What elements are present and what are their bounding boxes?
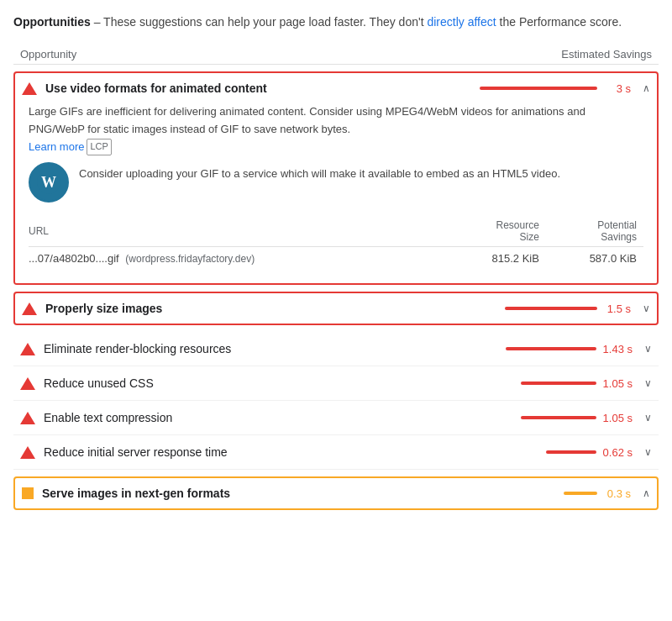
chevron-video-formats: ∧ bbox=[643, 82, 650, 94]
opportunity-title-render-blocking: Eliminate render-blocking resources bbox=[44, 342, 494, 355]
opportunity-header-video-formats[interactable]: Use video formats for animated content 3… bbox=[15, 73, 657, 103]
warning-icon-text-compression bbox=[20, 412, 35, 424]
expanded-description-video-formats: Large GIFs are inefficient for deliverin… bbox=[29, 103, 643, 155]
table-row: ...07/a4802b0....gif (wordpress.fridayfa… bbox=[29, 247, 643, 271]
header-description2: the Performance score. bbox=[500, 15, 622, 29]
svg-text:W: W bbox=[41, 174, 56, 191]
savings-container-next-gen-formats: 0.3 s ∧ bbox=[499, 487, 650, 500]
savings-bar-next-gen-formats bbox=[564, 492, 597, 495]
chevron-next-gen-formats: ∧ bbox=[643, 487, 650, 499]
warning-icon-server-response bbox=[20, 446, 35, 459]
table-potential-savings-cell: 587.0 KiB bbox=[546, 247, 643, 271]
opportunity-video-formats: Use video formats for animated content 3… bbox=[13, 71, 659, 285]
opportunity-properly-size: Properly size images 1.5 s ∨ bbox=[13, 292, 659, 325]
savings-container-properly-size: 1.5 s ∨ bbox=[499, 303, 650, 315]
expanded-video-formats: Large GIFs are inefficient for deliverin… bbox=[15, 103, 657, 283]
warning-icon-render-blocking bbox=[20, 343, 35, 355]
savings-value-properly-size: 1.5 s bbox=[604, 303, 631, 315]
opportunity-unused-css[interactable]: Reduce unused CSS 1.05 s ∨ bbox=[13, 366, 659, 401]
gif-suggestion-text: Consider uploading your GIF to a service… bbox=[79, 162, 560, 183]
savings-value-unused-css: 1.05 s bbox=[603, 377, 633, 390]
learn-more-link[interactable]: Learn more bbox=[29, 140, 84, 153]
opportunity-title-text-compression: Enable text compression bbox=[44, 411, 494, 424]
lcp-badge: LCP bbox=[87, 139, 111, 155]
opportunity-title-unused-css: Reduce unused CSS bbox=[44, 376, 494, 390]
directly-affect-link[interactable]: directly affect bbox=[427, 15, 499, 29]
chevron-server-response: ∨ bbox=[644, 446, 652, 458]
warning-icon-next-gen-formats bbox=[22, 487, 34, 499]
potential-savings-col-header: PotentialSavings bbox=[546, 216, 643, 247]
savings-container-text-compression: 1.05 s ∨ bbox=[501, 412, 652, 424]
url-domain: (wordpress.fridayfactory.dev) bbox=[125, 253, 255, 265]
col-opportunity: Opportunity bbox=[20, 48, 561, 61]
opportunity-title-next-gen-formats: Serve images in next-gen formats bbox=[42, 487, 492, 500]
opportunity-header-next-gen-formats[interactable]: Serve images in next-gen formats 0.3 s ∧ bbox=[15, 478, 657, 508]
warning-icon-unused-css bbox=[20, 377, 35, 390]
savings-container-server-response: 0.62 s ∨ bbox=[501, 446, 652, 459]
opportunity-text-compression[interactable]: Enable text compression 1.05 s ∨ bbox=[13, 401, 659, 435]
savings-value-server-response: 0.62 s bbox=[603, 446, 633, 459]
savings-bar-server-response bbox=[546, 450, 596, 454]
table-url-cell: ...07/a4802b0....gif (wordpress.fridayfa… bbox=[29, 247, 449, 271]
savings-bar-video-formats bbox=[480, 87, 597, 90]
chevron-text-compression: ∨ bbox=[644, 412, 652, 424]
header-description: – These suggestions can help your page l… bbox=[94, 15, 428, 29]
chevron-properly-size: ∨ bbox=[643, 303, 650, 314]
opportunity-render-blocking[interactable]: Eliminate render-blocking resources 1.43… bbox=[13, 332, 659, 366]
chevron-unused-css: ∨ bbox=[644, 377, 652, 389]
savings-value-text-compression: 1.05 s bbox=[603, 412, 633, 424]
savings-container-video-formats: 3 s ∧ bbox=[480, 82, 650, 95]
opportunity-title-video-formats: Use video formats for animated content bbox=[45, 82, 473, 95]
opportunity-title-properly-size: Properly size images bbox=[45, 302, 492, 315]
savings-bar-unused-css bbox=[521, 382, 596, 385]
warning-icon-video-formats bbox=[22, 82, 37, 95]
savings-value-video-formats: 3 s bbox=[604, 82, 631, 95]
savings-value-next-gen-formats: 0.3 s bbox=[604, 487, 631, 500]
opportunity-header-properly-size[interactable]: Properly size images 1.5 s ∨ bbox=[15, 293, 657, 324]
opportunities-header: Opportunities – These suggestions can he… bbox=[13, 13, 659, 31]
wordpress-logo: W bbox=[29, 162, 69, 203]
chevron-render-blocking: ∨ bbox=[644, 343, 652, 355]
opportunity-next-gen-formats: Serve images in next-gen formats 0.3 s ∧ bbox=[13, 476, 659, 510]
warning-icon-properly-size bbox=[22, 303, 37, 315]
col-savings: Estimated Savings bbox=[561, 48, 652, 61]
column-headers: Opportunity Estimated Savings bbox=[13, 45, 659, 65]
savings-value-render-blocking: 1.43 s bbox=[603, 343, 633, 355]
table-resource-size-cell: 815.2 KiB bbox=[449, 247, 546, 271]
savings-container-render-blocking: 1.43 s ∨ bbox=[501, 343, 652, 355]
savings-bar-render-blocking bbox=[506, 347, 596, 350]
url-col-header: URL bbox=[29, 216, 449, 247]
savings-container-unused-css: 1.05 s ∨ bbox=[501, 377, 652, 390]
opportunity-server-response[interactable]: Reduce initial server response time 0.62… bbox=[13, 435, 659, 470]
savings-bar-properly-size bbox=[505, 307, 597, 310]
gif-suggestion: W Consider uploading your GIF to a servi… bbox=[29, 162, 643, 203]
opportunities-label: Opportunities bbox=[13, 15, 91, 29]
url-table: URL ResourceSize PotentialSavings ...07/… bbox=[29, 216, 643, 270]
resource-size-col-header: ResourceSize bbox=[449, 216, 546, 247]
savings-bar-text-compression bbox=[521, 416, 596, 419]
opportunity-title-server-response: Reduce initial server response time bbox=[44, 445, 494, 459]
